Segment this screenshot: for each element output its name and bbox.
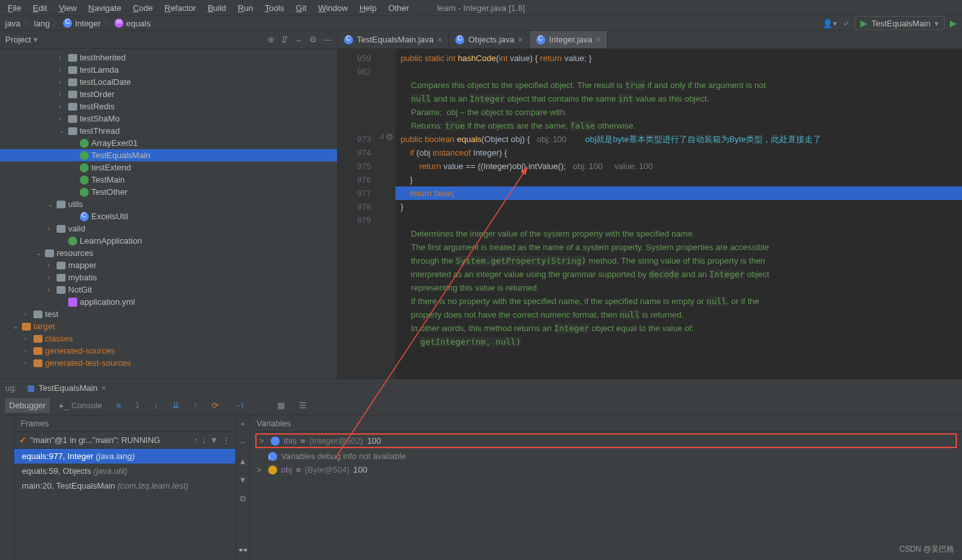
editor-tab[interactable]: Objects.java× — [449, 31, 530, 48]
tree-node[interactable]: ›testInherited — [0, 51, 337, 64]
menu-refactor[interactable]: Refactor — [159, 1, 201, 15]
evaluate-icon[interactable]: ▦ — [273, 398, 289, 413]
editor-tab[interactable]: TestEqualsMain.java× — [338, 31, 449, 48]
tree-node[interactable]: ›valid — [0, 222, 337, 235]
tree-node[interactable]: ›testLocalDate — [0, 76, 337, 88]
close-icon[interactable]: × — [518, 35, 523, 44]
tree-node[interactable]: ›generated-sources — [0, 345, 337, 357]
tree-node[interactable]: ⌄testThread — [0, 125, 337, 137]
remove-watch-icon[interactable]: − — [240, 438, 246, 447]
breadcrumb-class[interactable]: Integer — [63, 19, 100, 28]
project-tool-window: Project ▾ ⊕ ⇵ ⫠ ⚙ — ›testInherited›testL… — [0, 31, 338, 379]
hide-icon[interactable]: — — [323, 35, 332, 44]
threads-icon[interactable]: ≡ — [113, 398, 125, 413]
run-to-cursor-icon[interactable]: →I — [229, 398, 248, 413]
variables-header: Variables — [250, 415, 962, 432]
chevron-down-icon[interactable]: ▾ — [33, 35, 38, 44]
editor-tab[interactable]: Integer.java× — [530, 31, 608, 48]
menu-edit[interactable]: Edit — [28, 1, 52, 15]
tree-node[interactable]: ArrayExer01 — [0, 137, 337, 149]
tree-node[interactable]: ⌄target — [0, 320, 337, 332]
copy-icon[interactable]: ⧉ — [240, 494, 246, 504]
project-tree[interactable]: ›testInherited›testLamda›testLocalDate›t… — [0, 49, 337, 379]
tree-node[interactable]: ›NotGit — [0, 284, 337, 296]
gear-icon[interactable]: ⚙ — [309, 35, 317, 44]
menu-file[interactable]: File — [3, 1, 26, 15]
locate-icon[interactable]: ⊕ — [268, 35, 275, 44]
trace-icon[interactable]: ☰ — [295, 398, 311, 413]
more-icon[interactable]: ⋮ — [222, 435, 230, 445]
drop-frame-icon[interactable]: ⟳ — [208, 398, 222, 413]
tree-node[interactable]: ›mapper — [0, 259, 337, 271]
stack-frame[interactable]: equals:59, Objects (java.util) — [14, 464, 235, 478]
editor-tabs: TestEqualsMain.java×Objects.java×Integer… — [338, 31, 962, 49]
tree-node[interactable]: ›generated-test-sources — [0, 357, 337, 369]
close-icon[interactable]: × — [102, 383, 107, 393]
breadcrumb-root[interactable]: java — [5, 19, 21, 28]
console-tab[interactable]: ▸_ Console — [56, 398, 106, 413]
down-icon[interactable]: ▼ — [239, 475, 247, 485]
glasses-icon[interactable]: 👓 — [238, 545, 248, 555]
tree-node[interactable]: ›testOrder — [0, 88, 337, 100]
gutter-marks: ↓I @ — [376, 49, 395, 379]
tree-node[interactable]: TestEqualsMain — [0, 149, 337, 161]
user-icon[interactable]: 👤▾ — [822, 19, 837, 28]
tree-node[interactable]: TestOther — [0, 186, 337, 198]
variable-row[interactable]: >obj = {Byte@504} 100 — [250, 463, 962, 476]
step-into-icon[interactable]: ↓ — [150, 398, 162, 413]
code-area[interactable]: public static int hashCode(int value) { … — [395, 49, 962, 379]
tree-node[interactable]: ⌄utils — [0, 198, 337, 210]
run-button[interactable]: ▶ — [950, 18, 957, 28]
close-icon[interactable]: × — [596, 35, 601, 44]
prev-icon[interactable]: ↑ — [194, 435, 198, 445]
git-branch-icon[interactable]: ⤶ — [842, 19, 849, 28]
menu-other[interactable]: Other — [383, 1, 415, 15]
menu-tools[interactable]: Tools — [260, 1, 289, 15]
gutter: 959962973974975976977978979 — [338, 49, 376, 379]
up-icon[interactable]: ▲ — [239, 456, 247, 466]
run-configuration[interactable]: ▶ TestEqualsMain ▾ — [855, 16, 945, 30]
tree-node[interactable]: testExtend — [0, 161, 337, 174]
tree-node[interactable]: ›classes — [0, 332, 337, 345]
tree-node[interactable]: ›mybatis — [0, 271, 337, 284]
close-icon[interactable]: × — [437, 35, 442, 44]
menu-navigate[interactable]: Navigate — [83, 1, 126, 15]
step-over-icon[interactable]: ⤵ — [131, 398, 143, 413]
debugger-tab[interactable]: Debugger — [5, 398, 50, 413]
app-icon: ▦ — [27, 383, 35, 393]
menu-help[interactable]: Help — [354, 1, 382, 15]
expand-icon[interactable]: ⇵ — [281, 35, 288, 44]
tree-node[interactable]: ›test — [0, 308, 337, 320]
menu-run[interactable]: Run — [233, 1, 259, 15]
menu-build[interactable]: Build — [203, 1, 231, 15]
collapse-icon[interactable]: ⫠ — [295, 35, 303, 44]
step-out-icon[interactable]: ↑ — [190, 398, 202, 413]
filter-icon[interactable]: ▼ — [210, 435, 218, 445]
add-watch-icon[interactable]: + — [240, 419, 246, 429]
debug-tab[interactable]: ▦ TestEqualsMain × — [22, 381, 111, 395]
menu-git[interactable]: Git — [291, 1, 312, 15]
breadcrumb-pkg[interactable]: lang — [34, 19, 50, 28]
tree-node[interactable]: LearnApplication — [0, 235, 337, 247]
run-arrow-icon: ▶ — [860, 18, 867, 28]
next-icon[interactable]: ↓ — [202, 435, 206, 445]
tree-node[interactable]: ›testLamda — [0, 64, 337, 76]
project-title[interactable]: Project — [5, 35, 31, 44]
variable-row[interactable]: iVariables debug info not available — [250, 449, 962, 463]
tree-node[interactable]: application.yml — [0, 296, 337, 308]
tree-node[interactable]: ExcelsUtil — [0, 210, 337, 222]
editor[interactable]: 959962973974975976977978979 ↓I @ public … — [338, 49, 962, 379]
tree-node[interactable]: ⌄resources — [0, 247, 337, 259]
tree-node[interactable]: ›testShaMo — [0, 113, 337, 125]
breadcrumb-method[interactable]: equals — [114, 19, 150, 28]
force-step-into-icon[interactable]: ⇊ — [168, 398, 183, 413]
thread-selector[interactable]: ✔ "main"@1 in gr..."main": RUNNING ↑ ↓ ▼… — [14, 432, 235, 449]
variable-row[interactable]: >this = {Integer@502} 100 — [255, 433, 957, 448]
stack-frame[interactable]: equals:977, Integer (java.lang) — [14, 449, 235, 464]
menu-view[interactable]: View — [53, 1, 82, 15]
menu-window[interactable]: Window — [313, 1, 353, 15]
stack-frame[interactable]: main:20, TestEqualsMain (com.lzq.learn.t… — [14, 478, 235, 493]
tree-node[interactable]: ›testRedis — [0, 100, 337, 113]
tree-node[interactable]: TestMain — [0, 174, 337, 186]
menu-code[interactable]: Code — [128, 1, 158, 15]
